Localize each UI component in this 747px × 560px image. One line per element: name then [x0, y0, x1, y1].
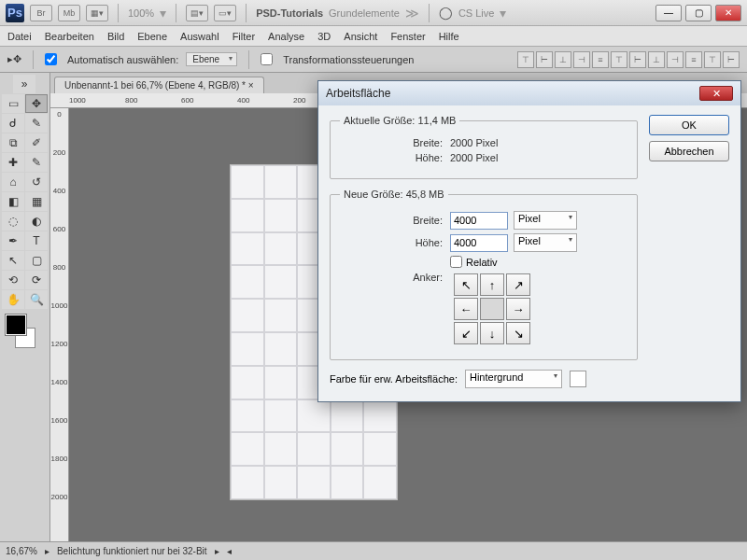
- transform-controls-checkbox[interactable]: [261, 53, 273, 65]
- anchor-center[interactable]: [480, 298, 504, 320]
- auto-select-checkbox[interactable]: [45, 53, 57, 65]
- extension-color-select[interactable]: Hintergrund: [465, 370, 562, 388]
- 3d-camera-tool[interactable]: ⟳: [25, 271, 48, 289]
- foreground-color[interactable]: [6, 315, 26, 335]
- chevron-icon[interactable]: ▸: [215, 546, 219, 556]
- menu-bearbeiten[interactable]: Bearbeiten: [45, 31, 94, 42]
- color-swatch[interactable]: [2, 315, 39, 348]
- anchor-e[interactable]: →: [506, 298, 530, 320]
- anchor-sw[interactable]: ↙: [454, 322, 478, 344]
- workspace-tab-active[interactable]: PSD-Tutorials: [256, 7, 323, 19]
- arrange-button[interactable]: ▤▾: [186, 5, 208, 21]
- relative-label: Relativ: [466, 257, 498, 268]
- align-icon[interactable]: ⊣: [667, 51, 684, 68]
- dodge-tool[interactable]: ◐: [25, 212, 48, 231]
- align-icon[interactable]: ⊤: [611, 51, 627, 68]
- menu-bild[interactable]: Bild: [107, 31, 124, 42]
- height-unit-select[interactable]: Pixel: [514, 233, 577, 252]
- cancel-button[interactable]: Abbrechen: [649, 141, 729, 161]
- chevron-left-icon[interactable]: ◂: [227, 546, 232, 556]
- 3d-tool[interactable]: ⟲: [2, 271, 24, 289]
- new-height-input[interactable]: [450, 234, 508, 252]
- align-icon[interactable]: ⊢: [629, 51, 646, 68]
- anchor-n[interactable]: ↑: [480, 273, 504, 296]
- dialog-close-button[interactable]: ✕: [699, 86, 733, 101]
- crop-tool[interactable]: ⧉: [2, 133, 24, 152]
- current-width-value: 2000 Pixel: [450, 137, 498, 148]
- auto-select-target[interactable]: Ebene: [186, 52, 237, 66]
- zoom-level[interactable]: 16,67%: [6, 546, 37, 556]
- anchor-w[interactable]: ←: [454, 298, 478, 320]
- anchor-nw[interactable]: ↖: [454, 273, 478, 296]
- menu-analyse[interactable]: Analyse: [268, 31, 304, 42]
- path-select-tool[interactable]: ↖: [2, 251, 24, 270]
- minimize-button[interactable]: —: [655, 5, 682, 21]
- close-icon[interactable]: ×: [248, 80, 254, 91]
- align-icon[interactable]: ⊢: [723, 51, 740, 68]
- type-tool[interactable]: T: [25, 231, 48, 250]
- close-button[interactable]: ✕: [715, 5, 741, 21]
- move-tool[interactable]: ✥: [25, 94, 48, 113]
- double-chevron-icon[interactable]: ≫: [405, 6, 419, 21]
- menu-hilfe[interactable]: Hilfe: [439, 31, 459, 42]
- align-icon[interactable]: ≡: [685, 51, 702, 68]
- screen-mode-button[interactable]: ▦▾: [86, 5, 108, 21]
- menu-filter[interactable]: Filter: [233, 31, 255, 42]
- align-icon[interactable]: ⊤: [704, 51, 721, 68]
- align-icon[interactable]: ≡: [592, 51, 609, 68]
- new-width-label: Breite:: [340, 215, 443, 226]
- current-width-label: Breite:: [340, 137, 443, 148]
- view-button[interactable]: ▭▾: [214, 5, 236, 21]
- eyedropper-tool[interactable]: ✐: [25, 133, 48, 152]
- menu-ansicht[interactable]: Ansicht: [344, 31, 377, 42]
- new-size-legend: Neue Größe: 45,8 MB: [340, 189, 448, 200]
- new-height-label: Höhe:: [340, 237, 443, 248]
- blur-tool[interactable]: ◌: [2, 212, 24, 231]
- anchor-se[interactable]: ↘: [506, 322, 530, 344]
- extension-color-label: Farbe für erw. Arbeitsfläche:: [330, 373, 458, 385]
- align-icon[interactable]: ⊣: [573, 51, 590, 68]
- chevron-icon[interactable]: ▸: [45, 546, 49, 556]
- workspace-tab[interactable]: Grundelemente: [329, 7, 400, 19]
- bridge-button[interactable]: Br: [30, 5, 52, 21]
- marquee-tool[interactable]: ▭: [2, 94, 24, 113]
- anchor-s[interactable]: ↓: [480, 322, 504, 344]
- brush-tool[interactable]: ✎: [25, 153, 48, 172]
- new-width-input[interactable]: [450, 212, 508, 230]
- history-brush-tool[interactable]: ↺: [25, 173, 48, 191]
- quick-select-tool[interactable]: ✎: [25, 114, 48, 133]
- cslive-label[interactable]: CS Live: [458, 7, 495, 19]
- document-tab[interactable]: Unbenannt-1 bei 66,7% (Ebene 4, RGB/8) *…: [54, 77, 264, 93]
- maximize-button[interactable]: ▢: [685, 5, 712, 21]
- extension-color-chip[interactable]: [570, 371, 586, 387]
- shape-tool[interactable]: ▢: [25, 251, 48, 270]
- toolbox: » ▭ ✥ ᑯ ✎ ⧉ ✐ ✚ ✎ ⌂ ↺ ◧ ▦ ◌ ◐ ✒ T ↖ ▢ ⟲ …: [0, 73, 50, 541]
- align-icon[interactable]: ⊤: [517, 51, 534, 68]
- menu-datei[interactable]: Datei: [7, 31, 32, 42]
- lasso-tool[interactable]: ᑯ: [2, 114, 24, 133]
- width-unit-select[interactable]: Pixel: [514, 211, 577, 230]
- menu-3d[interactable]: 3D: [317, 31, 331, 42]
- align-icon[interactable]: ⊥: [555, 51, 571, 68]
- minibridge-button[interactable]: Mb: [58, 5, 80, 21]
- eraser-tool[interactable]: ◧: [2, 192, 24, 211]
- stamp-tool[interactable]: ⌂: [2, 173, 24, 191]
- healing-tool[interactable]: ✚: [2, 153, 24, 172]
- status-message: Belichtung funktioniert nur bei 32-Bit: [57, 546, 207, 556]
- menu-fenster[interactable]: Fenster: [390, 31, 425, 42]
- anchor-grid: ↖ ↑ ↗ ← → ↙ ↓ ↘: [454, 273, 530, 344]
- hand-tool[interactable]: ✋: [2, 290, 24, 309]
- relative-checkbox[interactable]: [450, 256, 462, 268]
- align-icon[interactable]: ⊢: [536, 51, 553, 68]
- zoom-indicator[interactable]: 100%: [128, 7, 154, 19]
- menu-auswahl[interactable]: Auswahl: [180, 31, 219, 42]
- current-height-label: Höhe:: [340, 152, 443, 163]
- ok-button[interactable]: OK: [649, 115, 729, 135]
- gradient-tool[interactable]: ▦: [25, 192, 48, 211]
- align-icon[interactable]: ⊥: [648, 51, 665, 68]
- zoom-tool[interactable]: 🔍: [25, 290, 48, 309]
- anchor-ne[interactable]: ↗: [506, 273, 530, 296]
- menu-ebene[interactable]: Ebene: [137, 31, 167, 42]
- pen-tool[interactable]: ✒: [2, 231, 24, 250]
- collapse-handle[interactable]: »: [13, 75, 35, 93]
